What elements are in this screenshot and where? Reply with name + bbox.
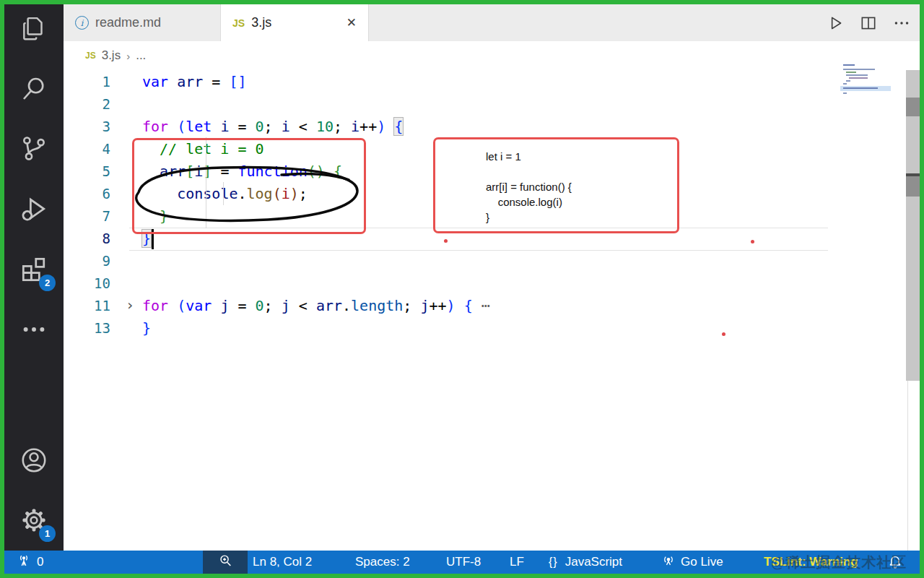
sidebar-item-settings[interactable]: 1 (14, 500, 54, 540)
editor-right-edge (907, 381, 908, 551)
run-icon[interactable] (824, 12, 846, 34)
tab-label: readme.md (95, 15, 161, 30)
braces-icon: {} (549, 556, 558, 569)
js-icon: JS (232, 17, 245, 29)
sidebar-item-explorer[interactable] (14, 9, 54, 49)
ellipsis-icon (19, 314, 49, 345)
red-dot (751, 240, 754, 243)
account-icon (18, 444, 50, 476)
scrollbar-thumb[interactable] (906, 98, 920, 116)
sidebar-item-more[interactable] (14, 309, 54, 350)
split-editor-icon[interactable] (858, 12, 879, 34)
code-line-3[interactable]: 3for (let i = 0; i < 10; i++) { (64, 116, 858, 138)
sidebar-item-run-debug[interactable] (14, 189, 54, 230)
editor-actions (824, 4, 912, 41)
chevron-right-icon: › (126, 50, 130, 62)
scrollbar-track[interactable] (906, 70, 920, 381)
files-icon (19, 14, 49, 44)
tab-3js[interactable]: JS 3.js ✕ (221, 4, 369, 41)
screenshot-frame: 2 1 i readme.md JS 3.js ✕ (0, 0, 924, 578)
sidebar-item-search[interactable] (14, 69, 54, 109)
breadcrumb-more[interactable]: ... (136, 48, 146, 63)
debug-icon (18, 194, 50, 225)
line-number: 4 (74, 138, 110, 160)
red-dot (722, 332, 725, 336)
code-line-9[interactable]: 9 (64, 250, 858, 272)
red-dot (444, 239, 448, 243)
code-line-11[interactable]: 11›for (var j = 0; j < arr.length; j++) … (64, 295, 858, 317)
line-number: 3 (74, 116, 110, 138)
sidebar-item-account[interactable] (14, 440, 54, 480)
line-number: 5 (74, 160, 110, 183)
more-actions-icon[interactable] (891, 12, 912, 34)
status-bar: 0 Ln 8, Col 2 Spaces: 2 UTF-8 LF {} Java… (4, 551, 920, 574)
scrollbar-thumb-2[interactable] (906, 176, 920, 197)
screencast-zoom-button[interactable] (203, 551, 248, 574)
settings-badge: 1 (39, 525, 56, 542)
go-live-label: Go Live (681, 555, 723, 569)
remote-indicator[interactable]: 0 (16, 551, 43, 574)
line-number: 8 (74, 228, 110, 250)
line-number: 1 (74, 71, 110, 93)
code-line-13[interactable]: 13} (64, 317, 858, 340)
language-label: JavaScript (565, 555, 622, 569)
status-language[interactable]: {} JavaScript (549, 551, 622, 574)
broadcast-icon (661, 553, 676, 571)
zoom-icon (217, 553, 233, 572)
hand-drawn-circle (128, 158, 367, 230)
sidebar-item-extensions[interactable]: 2 (14, 249, 54, 290)
annotation-box-right: let i = 1arr[i] = function() { console.l… (433, 137, 679, 233)
fold-chevron-icon[interactable]: › (126, 295, 134, 316)
go-live-button[interactable]: Go Live (661, 551, 723, 574)
code-line-2[interactable]: 2 (64, 93, 858, 116)
tab-readme[interactable]: i readme.md (64, 4, 221, 41)
info-icon: i (75, 16, 89, 30)
code-line-10[interactable]: 10 (64, 272, 858, 295)
activity-bar: 2 1 (4, 4, 64, 551)
remote-count: 0 (37, 555, 43, 569)
breadcrumb-file[interactable]: 3.js (102, 48, 121, 63)
status-indentation[interactable]: Spaces: 2 (355, 551, 410, 574)
code-editor[interactable]: 1var arr = []23for (let i = 0; i < 10; i… (64, 70, 920, 551)
line-number: 9 (74, 250, 110, 272)
search-icon (19, 74, 49, 104)
breadcrumb[interactable]: JS 3.js › ... (64, 41, 920, 70)
notifications-bell-icon[interactable] (886, 551, 904, 574)
js-icon: JS (85, 51, 96, 61)
line-number: 2 (74, 93, 110, 116)
code-line-1[interactable]: 1var arr = [] (64, 71, 858, 93)
line-number: 10 (74, 272, 110, 295)
tab-label: 3.js (251, 15, 271, 30)
annotation-note: let i = 1arr[i] = function() { console.l… (435, 139, 677, 225)
vscode-window: 2 1 i readme.md JS 3.js ✕ (4, 4, 920, 574)
tab-bar: i readme.md JS 3.js ✕ (64, 4, 920, 41)
git-branch-icon (19, 133, 49, 163)
line-number: 6 (74, 183, 110, 205)
broadcast-tower-icon (16, 553, 32, 572)
status-eol[interactable]: LF (510, 551, 524, 574)
status-encoding[interactable]: UTF-8 (446, 551, 481, 574)
tslint-warning[interactable]: TSLint: Warning (764, 551, 858, 574)
status-line-col[interactable]: Ln 8, Col 2 (253, 551, 312, 574)
line-number: 11 (74, 295, 110, 317)
close-icon[interactable]: ✕ (346, 15, 357, 30)
line-number: 13 (74, 317, 110, 340)
sidebar-item-source-control[interactable] (14, 128, 54, 168)
extensions-badge: 2 (39, 275, 56, 291)
line-number: 7 (74, 205, 110, 228)
